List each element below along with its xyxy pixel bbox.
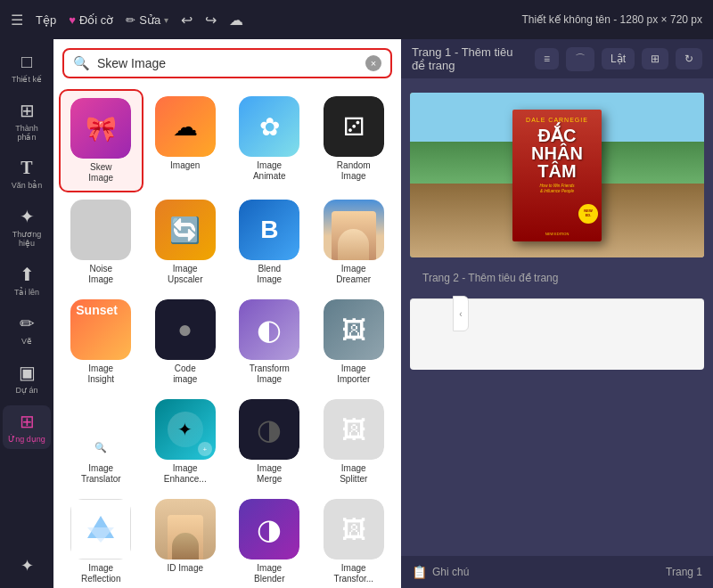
page1-image: DALE CARNEGIE ĐẮC NHÂN TÂM How to Win Fr… — [410, 93, 704, 257]
app-label-image-merge: ImageMerge — [257, 463, 282, 485]
app-icon-image-dreamer — [324, 200, 384, 260]
app-item-skew-image[interactable]: 🎀 SkewImage — [59, 89, 143, 192]
app-item-blend-image[interactable]: B BlendImage — [227, 192, 312, 292]
app-icon-image-animate: ✿ — [239, 96, 299, 157]
align-button[interactable]: ≡ — [535, 48, 559, 69]
sidebar-item-thuong-hieu[interactable]: ✦ Thương hiệu — [3, 200, 51, 253]
undo-button[interactable]: ↩ — [181, 12, 193, 29]
app-item-image-reflection[interactable]: ImageReflection — [59, 492, 143, 588]
app-item-image-dreamer[interactable]: ImageDreamer — [312, 192, 397, 292]
template-button[interactable]: ♥ Đối cờ — [69, 13, 113, 27]
upload-icon: ⬆ — [20, 264, 35, 285]
collapse-icon: ‹ — [459, 309, 462, 319]
app-icon-image-enhancer: ✦ + — [155, 399, 216, 460]
edit-arrow-icon: ▾ — [164, 15, 168, 25]
sidebar-item-profile[interactable]: ✦ — [3, 551, 51, 581]
plugin-panel: 🔍 × 🎀 SkewImage ☁ Imagen ✿ ImageAnimat — [53, 39, 401, 588]
apps-icon: ⊞ — [20, 411, 35, 432]
sidebar-item-ve[interactable]: ✏ Vẽ — [3, 307, 51, 351]
app-item-image-importer[interactable]: 🖼 ImageImporter — [312, 292, 397, 392]
app-icon-image-insight: Sunset — [70, 299, 131, 360]
file-button[interactable]: Tệp — [36, 13, 56, 27]
sidebar-item-van-ban[interactable]: T Văn bản — [3, 152, 51, 195]
app-label-image-blender: ImageBlender — [254, 563, 284, 584]
app-label-skew-image: SkewImage — [88, 162, 113, 184]
book-subtitle: How to Win Friends& Influence People — [518, 184, 596, 195]
note-label: Ghi chú — [432, 566, 469, 578]
app-item-random-image[interactable]: ⚂ RandomImage — [312, 89, 397, 192]
redo-button[interactable]: ↪ — [205, 12, 217, 29]
curve-button[interactable]: ⌒ — [566, 47, 594, 71]
main-area: □ Thiết kế ⊞ Thành phần T Văn bản ✦ Thươ… — [0, 39, 713, 588]
cloud-button[interactable]: ☁ — [229, 12, 243, 29]
sidebar-icons: □ Thiết kế ⊞ Thành phần T Văn bản ✦ Thươ… — [0, 39, 53, 588]
app-icon-image-upscaler: 🔄 — [155, 200, 216, 260]
book-badge: NEWED. — [578, 204, 598, 224]
page1-label: Trang 1 - Thêm tiêu đề trang — [412, 45, 528, 72]
undo-icon: ↩ — [181, 12, 193, 29]
sidebar-label-ung-dung: Ứng dụng — [8, 435, 45, 444]
text-icon: T — [20, 158, 32, 178]
app-label-blend-image: BlendImage — [257, 264, 282, 285]
app-item-image-animate[interactable]: ✿ ImageAnimate — [227, 89, 312, 192]
toolbar-left: ☰ Tệp ♥ Đối cờ ✏ Sửa ▾ ↩ ↪ ☁ — [11, 12, 508, 29]
app-icon-skew-image: 🎀 — [70, 98, 131, 159]
app-icon-image-importer: 🖼 — [324, 299, 384, 360]
app-item-image-transform[interactable]: 🖼 ImageTransfor... — [312, 492, 397, 588]
app-label-image-enhancer: ImageEnhance... — [164, 463, 207, 485]
cloud-icon: ☁ — [229, 12, 243, 29]
sidebar-item-thiet-ke[interactable]: □ Thiết kế — [3, 46, 51, 89]
app-item-image-merge[interactable]: ◑ ImageMerge — [227, 392, 312, 492]
sidebar-item-tai-len[interactable]: ⬆ Tải lên — [3, 258, 51, 302]
app-item-transform-image[interactable]: ◐ TransformImage — [227, 292, 312, 392]
menu-icon: ☰ — [11, 12, 23, 29]
sidebar-label-van-ban: Văn bản — [12, 181, 43, 190]
app-icon-image-translator: A 🔍 — [70, 399, 131, 460]
canvas-area: Trang 1 - Thêm tiêu đề trang ≡ ⌒ Lật ⊞ ↻… — [401, 39, 713, 588]
book-author: DALE CARNEGIE — [518, 117, 596, 123]
grid-button[interactable]: ⊞ — [642, 48, 668, 69]
app-item-image-enhancer[interactable]: ✦ + ImageEnhance... — [143, 392, 228, 492]
draw-icon: ✏ — [20, 313, 35, 334]
sidebar-item-ung-dung[interactable]: ⊞ Ứng dụng — [3, 405, 51, 449]
search-clear-button[interactable]: × — [365, 55, 381, 71]
app-item-image-insight[interactable]: Sunset ImageInsight — [59, 292, 143, 392]
app-label-image-importer: ImageImporter — [337, 363, 370, 385]
app-label-image-reflection: ImageReflection — [81, 563, 120, 584]
app-icon-code-image: ● — [155, 299, 216, 360]
app-icon-image-transform: 🖼 — [324, 499, 384, 559]
project-icon: ▣ — [19, 362, 36, 383]
app-label-id-image: ID Image — [167, 563, 203, 574]
app-label-image-dreamer: ImageDreamer — [336, 264, 371, 285]
app-item-noise-image[interactable]: NoiseImage — [59, 192, 143, 292]
profile-icon: ✦ — [20, 556, 34, 576]
app-icon-image-blender: ◑ — [239, 499, 299, 559]
sidebar-item-thanh-phan[interactable]: ⊞ Thành phần — [3, 94, 51, 147]
canvas-pages[interactable]: DALE CARNEGIE ĐẮC NHÂN TÂM How to Win Fr… — [401, 78, 713, 556]
page2-label: Trang 2 - Thêm tiêu đề trang — [422, 272, 558, 284]
app-label-random-image: RandomImage — [337, 160, 371, 182]
app-label-image-upscaler: ImageUpscaler — [168, 264, 202, 285]
flip-button[interactable]: Lật — [602, 48, 635, 69]
app-icon-imagen: ☁ — [155, 96, 216, 157]
collapse-panel-button[interactable]: ‹ — [453, 296, 469, 331]
app-item-image-translator[interactable]: A 🔍 ImageTranslator — [59, 392, 143, 492]
design-icon: □ — [21, 52, 32, 72]
app-item-id-image[interactable]: ID Image — [143, 492, 228, 588]
page-indicator: Trang 1 — [666, 566, 702, 578]
menu-button[interactable]: ☰ — [11, 12, 23, 29]
app-item-imagen[interactable]: ☁ Imagen — [143, 89, 228, 192]
app-item-image-upscaler[interactable]: 🔄 ImageUpscaler — [143, 192, 228, 292]
search-input[interactable] — [97, 56, 358, 70]
app-item-image-splitter[interactable]: 🖼 ImageSplitter — [312, 392, 397, 492]
search-bar: 🔍 × — [62, 48, 392, 78]
edit-label: Sửa — [139, 13, 160, 27]
edit-button[interactable]: ✏ Sửa ▾ — [126, 13, 168, 27]
app-item-image-blender[interactable]: ◑ ImageBlender — [227, 492, 312, 588]
sidebar-item-du-an[interactable]: ▣ Dự án — [3, 356, 51, 400]
app-item-code-image[interactable]: ● Codeimage — [143, 292, 228, 392]
rotate-button[interactable]: ↻ — [676, 48, 702, 69]
app-icon-image-merge: ◑ — [239, 399, 299, 460]
sidebar-label-thanh-phan: Thành phần — [6, 124, 47, 142]
app-icon-noise-image — [70, 200, 131, 260]
